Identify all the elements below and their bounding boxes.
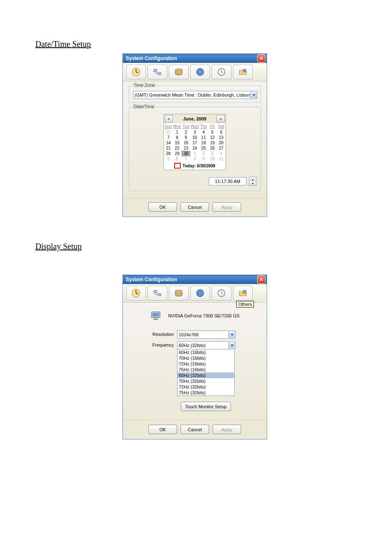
window-system-configuration-display: System Configuration ✕ Others NVIDIA GeF…: [122, 275, 267, 439]
cal-day-cell[interactable]: 12: [208, 135, 217, 140]
cal-day-cell[interactable]: 15: [173, 140, 181, 146]
cal-day-cell[interactable]: 26: [208, 146, 217, 151]
cal-day-cell[interactable]: 8: [173, 135, 181, 140]
cal-day-cell[interactable]: 22: [173, 146, 181, 151]
chevron-down-icon[interactable]: [250, 92, 257, 98]
tab-disk-icon[interactable]: [169, 65, 189, 79]
cal-dayheader: Sat: [217, 123, 226, 130]
cal-day-cell[interactable]: 7: [182, 156, 190, 162]
cal-day-cell[interactable]: 9: [182, 135, 190, 140]
tab-clock-icon[interactable]: [212, 286, 231, 301]
ok-button[interactable]: OK: [148, 202, 177, 212]
close-button[interactable]: ✕: [257, 275, 265, 284]
cal-today-label: Today: 6/30/2009: [182, 164, 215, 168]
cal-day-cell[interactable]: 14: [164, 140, 173, 146]
timezone-select[interactable]: (GMT) Greenwich Mean Time : Dublin, Edin…: [133, 91, 257, 99]
cal-day-cell[interactable]: 10: [208, 156, 217, 162]
cal-dayheader: Thu: [199, 123, 208, 130]
cal-day-cell[interactable]: 25: [199, 146, 208, 151]
frequency-listbox[interactable]: 60Hz (16bits)70Hz (16bits)72Hz (16bits)7…: [177, 349, 235, 396]
chevron-down-icon[interactable]: [228, 331, 235, 338]
cal-day-cell[interactable]: 2: [199, 151, 208, 156]
cal-day-cell[interactable]: 11: [217, 156, 226, 162]
frequency-option[interactable]: 75Hz (32bits): [178, 390, 234, 395]
frequency-option[interactable]: 70Hz (16bits): [178, 355, 234, 361]
svg-rect-23: [153, 319, 158, 320]
time-spinner[interactable]: ▲ ▼: [249, 177, 256, 186]
chevron-down-icon[interactable]: [228, 342, 235, 349]
cal-day-cell[interactable]: 4: [199, 130, 208, 135]
cal-day-cell[interactable]: 6: [173, 156, 181, 162]
cal-day-cell[interactable]: 13: [217, 135, 226, 140]
cal-day-cell[interactable]: 29: [173, 151, 181, 156]
cal-day-cell[interactable]: 28: [164, 151, 173, 156]
svg-rect-22: [154, 318, 157, 319]
cal-day-cell[interactable]: 16: [182, 140, 190, 146]
close-button[interactable]: ✕: [257, 54, 265, 62]
frequency-option[interactable]: 70Hz (32bits): [178, 378, 234, 384]
time-input[interactable]: 11:17:30 AM: [209, 177, 247, 185]
frequency-option[interactable]: 72Hz (32bits): [178, 384, 234, 390]
cal-day-cell[interactable]: 24: [190, 146, 199, 151]
timezone-value: (GMT) Greenwich Mean Time : Dublin, Edin…: [134, 92, 250, 97]
cal-today-row[interactable]: Today: 6/30/2009: [164, 162, 226, 170]
cal-day-cell[interactable]: 9: [199, 156, 208, 162]
tab-folder-icon[interactable]: [233, 65, 253, 79]
tab-network-icon[interactable]: [148, 65, 167, 79]
frequency-option[interactable]: 60Hz (16bits): [178, 349, 234, 355]
tab-folder-icon[interactable]: Others: [233, 286, 253, 301]
svg-rect-19: [243, 291, 246, 294]
cal-day-cell[interactable]: 31: [164, 130, 173, 135]
cal-days-grid[interactable]: 3112345678910111213141516171819202122232…: [164, 130, 226, 162]
cancel-button[interactable]: Cancel: [180, 425, 209, 434]
cal-day-cell[interactable]: 5: [164, 156, 173, 162]
svg-rect-3: [154, 69, 157, 72]
frequency-option[interactable]: 60Hz (32bits): [178, 372, 234, 378]
spinner-up-icon[interactable]: ▲: [249, 177, 256, 181]
svg-rect-2: [136, 72, 138, 73]
tab-globe-icon[interactable]: [190, 65, 210, 79]
cal-day-cell[interactable]: 18: [199, 140, 208, 146]
cal-day-cell[interactable]: 30: [182, 151, 190, 156]
cal-day-cell[interactable]: 1: [190, 151, 199, 156]
gpu-name-label: NVIDIA GeForce 7300 SE/7200 GS: [168, 313, 240, 318]
resolution-select[interactable]: 1024x768: [177, 331, 235, 339]
tab-network-icon[interactable]: [148, 286, 167, 301]
cal-day-cell[interactable]: 21: [164, 146, 173, 151]
tab-config-icon[interactable]: [126, 286, 146, 301]
cal-day-cell[interactable]: 20: [217, 140, 226, 146]
cal-day-cell[interactable]: 17: [190, 140, 199, 146]
cal-day-cell[interactable]: 6: [217, 130, 226, 135]
cal-day-cell[interactable]: 5: [208, 130, 217, 135]
spinner-down-icon[interactable]: ▼: [249, 181, 256, 185]
cal-day-cell[interactable]: 7: [164, 135, 173, 140]
cal-day-cell[interactable]: 11: [199, 135, 208, 140]
frequency-option[interactable]: 72Hz (16bits): [178, 361, 234, 367]
resolution-label: Resolution: [129, 331, 177, 337]
cal-day-cell[interactable]: 10: [190, 135, 199, 140]
tab-globe-icon[interactable]: [190, 286, 210, 301]
ok-button[interactable]: OK: [148, 425, 177, 434]
cal-day-cell[interactable]: 3: [190, 130, 199, 135]
cal-day-cell[interactable]: 19: [208, 140, 217, 146]
frequency-select[interactable]: 60Hz (32bits): [177, 341, 235, 349]
cal-day-cell[interactable]: 27: [217, 146, 226, 151]
tab-disk-icon[interactable]: [169, 286, 189, 301]
cal-day-cell[interactable]: 3: [208, 151, 217, 156]
cal-day-cell[interactable]: 1: [173, 130, 181, 135]
cal-day-cell[interactable]: 23: [182, 146, 190, 151]
window-system-configuration-datetime: System Configuration ✕ Time Zone (GMT) G…: [122, 53, 267, 217]
titlebar: System Configuration ✕: [123, 275, 267, 284]
cal-day-cell[interactable]: 2: [182, 130, 190, 135]
cancel-button[interactable]: Cancel: [180, 202, 209, 212]
cal-dayheader: Sun: [164, 123, 173, 130]
tab-clock-icon[interactable]: [212, 65, 231, 79]
cal-dayheader: Mon: [173, 123, 181, 130]
touch-monitor-setup-button[interactable]: Touch Monitor Setup: [181, 402, 231, 411]
cal-next-button[interactable]: >: [217, 115, 225, 123]
frequency-option[interactable]: 75Hz (16bits): [178, 367, 234, 372]
cal-prev-button[interactable]: <: [165, 115, 173, 123]
cal-day-cell[interactable]: 8: [190, 156, 199, 162]
tab-config-icon[interactable]: [126, 65, 146, 79]
cal-day-cell[interactable]: 4: [217, 151, 226, 156]
